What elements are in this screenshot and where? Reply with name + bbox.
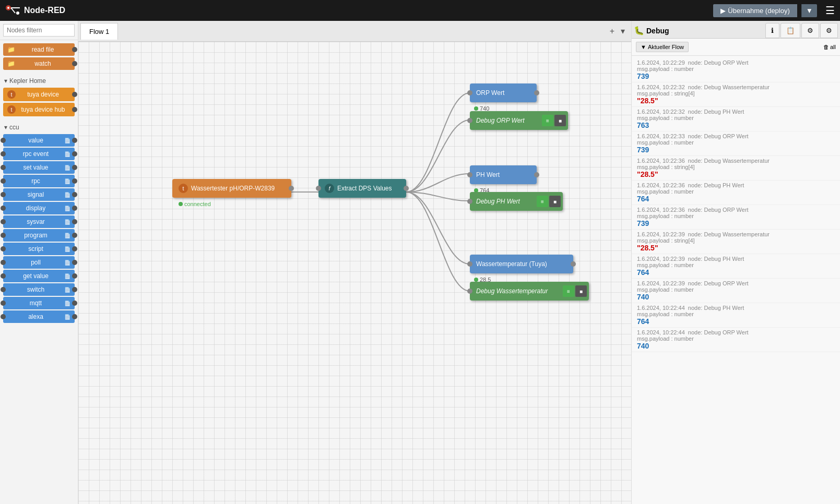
debug-type: msg.payload : number bbox=[637, 188, 835, 195]
debug-meta: 1.6.2024, 10:22:44 node: Debug PH Wert bbox=[637, 305, 835, 311]
canvas[interactable]: t Wassertester pH/ORP-W2839 connected f … bbox=[78, 42, 631, 504]
ccu-header[interactable]: ▾ ccu bbox=[0, 122, 78, 133]
node-port-left bbox=[1, 314, 6, 319]
debug-entry: 1.6.2024, 10:22:44 node: Debug ORP Wert … bbox=[632, 328, 840, 352]
function-icon: f bbox=[325, 184, 334, 193]
debug-entry: 1.6.2024, 10:22:36 node: Debug ORP Wert … bbox=[632, 205, 840, 230]
node-port-left bbox=[1, 206, 6, 211]
port-right bbox=[534, 172, 539, 177]
debug-type: msg.payload : string[4] bbox=[637, 164, 835, 170]
node-label: program bbox=[7, 232, 64, 239]
node-item-value[interactable]: value 📄 bbox=[3, 134, 75, 147]
debug-type: msg.payload : number bbox=[637, 311, 835, 317]
value-dot bbox=[474, 106, 478, 111]
node-debug-orp[interactable]: Debug ORP Wert ≡ ■ bbox=[470, 111, 568, 130]
debug-type: msg.payload : number bbox=[637, 286, 835, 293]
debug-list-icon[interactable]: ≡ bbox=[563, 285, 574, 297]
node-port-right bbox=[72, 287, 77, 292]
node-item-get-value[interactable]: get value 📄 bbox=[3, 270, 75, 282]
port-right bbox=[72, 107, 77, 112]
debug-type: msg.payload : number bbox=[637, 262, 835, 268]
node-item-alexa[interactable]: alexa 📄 bbox=[3, 310, 75, 323]
file-icon: 📄 bbox=[64, 192, 70, 198]
node-debug-ph[interactable]: Debug PH Wert ≡ ■ bbox=[470, 192, 563, 211]
node-item-watch[interactable]: 📁 watch bbox=[3, 57, 75, 70]
debug-list-icon[interactable]: ≡ bbox=[542, 115, 553, 126]
node-debug-wassertemperatur[interactable]: Debug Wassertemperatur ≡ ■ bbox=[470, 282, 589, 301]
debug-meta: 1.6.2024, 10:22:36 node: Debug ORP Wert bbox=[637, 207, 835, 213]
clear-button[interactable]: 🗑 all bbox=[823, 44, 836, 50]
debug-value: 739 bbox=[637, 219, 835, 227]
node-ph-wert[interactable]: PH Wert 764 bbox=[470, 165, 537, 184]
debug-type: msg.payload : number bbox=[637, 213, 835, 219]
node-item-set-value[interactable]: set value 📄 bbox=[3, 161, 75, 174]
debug-value: 740 bbox=[637, 342, 835, 350]
debug-meta: 1.6.2024, 10:22:32 node: Debug PH Wert bbox=[637, 109, 835, 115]
panel-tabs: 🐛 Debug ℹ 📋 ⚙ ⚙ bbox=[632, 21, 840, 39]
node-item-read-file[interactable]: 📁 read file bbox=[3, 43, 75, 56]
kepler-home-header[interactable]: ▾ Kepler Home bbox=[0, 75, 78, 87]
debug-value: 739 bbox=[637, 146, 835, 154]
node-item-tuya-device[interactable]: t tuya device bbox=[3, 88, 75, 101]
search-input[interactable] bbox=[3, 24, 75, 37]
node-label: Wassertester pH/ORP-W2839 bbox=[191, 185, 275, 192]
panel-tab-config[interactable]: ⚙ bbox=[801, 23, 819, 38]
port-left bbox=[316, 186, 321, 191]
port-right bbox=[72, 47, 77, 52]
tab-menu-button[interactable]: ▾ bbox=[619, 25, 627, 37]
node-item-display[interactable]: display 📄 bbox=[3, 202, 75, 214]
node-port-right bbox=[72, 314, 77, 319]
node-port-left bbox=[1, 260, 6, 265]
node-item-signal[interactable]: signal 📄 bbox=[3, 188, 75, 201]
debug-entry: 1.6.2024, 10:22:29 node: Debug ORP Wert … bbox=[632, 58, 840, 82]
add-tab-button[interactable]: + bbox=[608, 25, 617, 37]
panel-tab-info[interactable]: ℹ bbox=[765, 23, 779, 38]
panel-tab-export[interactable]: 📋 bbox=[780, 23, 800, 38]
debug-meta: 1.6.2024, 10:22:32 node: Debug Wassertem… bbox=[637, 84, 835, 90]
debug-entry: 1.6.2024, 10:22:32 node: Debug Wassertem… bbox=[632, 82, 840, 107]
debug-meta: 1.6.2024, 10:22:39 node: Debug Wassertem… bbox=[637, 231, 835, 237]
svg-point-1 bbox=[7, 7, 9, 9]
debug-toggle-button[interactable]: ■ bbox=[554, 115, 566, 126]
node-item-script[interactable]: script 📄 bbox=[3, 243, 75, 255]
node-label: alexa bbox=[7, 313, 64, 320]
node-label: get value bbox=[7, 272, 64, 280]
panel-tab-settings[interactable]: ⚙ bbox=[820, 23, 838, 38]
node-item-mqtt[interactable]: mqtt 📄 bbox=[3, 297, 75, 309]
menu-button[interactable]: ☰ bbox=[825, 4, 835, 17]
debug-entry: 1.6.2024, 10:22:39 node: Debug ORP Wert … bbox=[632, 279, 840, 303]
search-box bbox=[0, 21, 78, 40]
debug-list-icon[interactable]: ≡ bbox=[537, 196, 548, 207]
deploy-dropdown-button[interactable]: ▼ bbox=[801, 4, 817, 17]
debug-toggle-button[interactable]: ■ bbox=[575, 285, 587, 297]
node-orp-wert[interactable]: ORP Wert 740 bbox=[470, 83, 537, 102]
debug-messages: 1.6.2024, 10:22:29 node: Debug ORP Wert … bbox=[632, 56, 840, 504]
node-item-poll[interactable]: poll 📄 bbox=[3, 256, 75, 269]
node-label: script bbox=[7, 245, 64, 253]
node-wassertemperatur[interactable]: Wassertemperatur (Tuya) 28.5 bbox=[470, 255, 573, 273]
node-extract-dps[interactable]: f Extract DPS Values bbox=[318, 179, 406, 198]
debug-toggle-button[interactable]: ■ bbox=[549, 196, 561, 207]
node-item-tuya-device-hub[interactable]: t tuya device hub bbox=[3, 103, 75, 116]
node-label: switch bbox=[7, 286, 64, 293]
filter-flow-button[interactable]: ▼ Aktueller Flow bbox=[636, 42, 689, 52]
node-item-rpc[interactable]: rpc 📄 bbox=[3, 175, 75, 187]
deploy-button[interactable]: ▶ Übernahme (deploy) bbox=[713, 4, 797, 17]
node-port-right bbox=[72, 192, 77, 197]
node-item-program[interactable]: program 📄 bbox=[3, 229, 75, 242]
svg-line-3 bbox=[11, 8, 15, 13]
tuya-node-icon: t bbox=[179, 184, 188, 193]
node-item-switch[interactable]: switch 📄 bbox=[3, 283, 75, 296]
node-item-rpc-event[interactable]: rpc event 📄 bbox=[3, 148, 75, 160]
flow-tab[interactable]: Flow 1 bbox=[80, 23, 118, 40]
node-label: value bbox=[7, 137, 64, 144]
node-label: watch bbox=[15, 60, 70, 67]
node-label: Debug Wassertemperatur bbox=[476, 287, 548, 295]
kepler-home-section: ▾ Kepler Home t tuya device t tuya devic… bbox=[0, 73, 78, 119]
node-wassertester[interactable]: t Wassertester pH/ORP-W2839 connected bbox=[172, 179, 291, 198]
debug-type: msg.payload : number bbox=[637, 335, 835, 342]
node-port-left bbox=[1, 178, 6, 184]
node-item-sysvar[interactable]: sysvar 📄 bbox=[3, 215, 75, 228]
debug-entry: 1.6.2024, 10:22:44 node: Debug PH Wert m… bbox=[632, 303, 840, 328]
storage-section: 📁 read file 📁 watch bbox=[0, 40, 78, 73]
